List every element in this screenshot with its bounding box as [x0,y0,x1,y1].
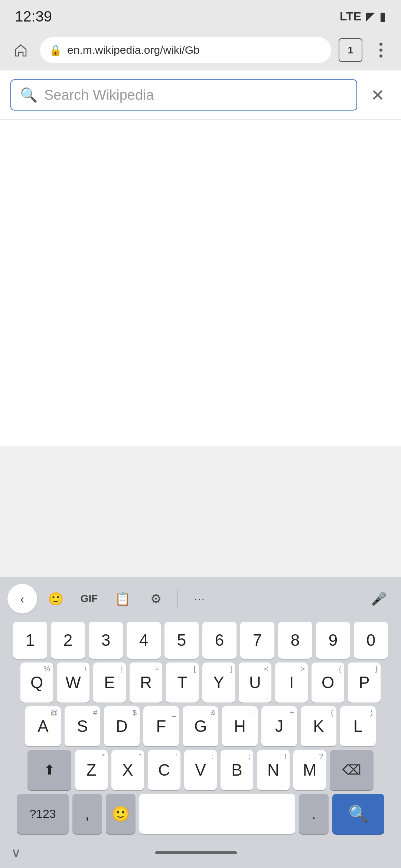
emoji-key[interactable]: 🙂 [106,794,136,834]
battery-icon: ▮ [379,9,386,23]
zxcv-row: ⬆ *Z "X 'C :V ;B !N ?M ⌫ [3,750,398,790]
browser-menu-button[interactable] [370,39,392,61]
more-options-button[interactable]: ··· [185,584,215,614]
content-area [0,120,401,446]
comma-key[interactable]: , [72,794,102,834]
key-s[interactable]: #S [65,706,100,746]
key-3[interactable]: 3 [89,622,123,659]
keyboard-back-button[interactable]: ‹ [7,584,37,614]
key-e[interactable]: |E [93,662,126,703]
sticker-icon: 🙂 [48,591,63,606]
microphone-icon: 🎤 [371,591,387,606]
url-text: en.m.wikipedia.org/wiki/Gb [67,44,200,56]
key-l[interactable]: )L [340,706,376,746]
key-d[interactable]: $D [104,706,140,746]
menu-dot-1 [379,43,382,46]
search-input-wrapper[interactable]: 🔍 Search Wikipedia [10,79,357,111]
space-key[interactable] [139,794,295,834]
key-8[interactable]: 8 [278,622,312,659]
key-5[interactable]: 5 [164,622,199,659]
period-label: . [312,806,316,822]
status-time: 12:39 [15,8,52,25]
emoji-icon: 🙂 [111,805,130,823]
key-b[interactable]: ;B [221,750,253,790]
search-input[interactable]: Search Wikipedia [44,87,348,103]
comma-label: , [85,806,89,822]
status-bar: 12:39 LTE ◤ ▮ [0,0,401,30]
key-v[interactable]: :V [184,750,217,790]
search-key-icon: 🔍 [348,804,369,823]
close-icon: ✕ [371,86,385,105]
home-icon [13,42,29,58]
search-close-button[interactable]: ✕ [365,82,391,108]
key-c[interactable]: 'C [148,750,180,790]
key-w[interactable]: \W [57,662,89,703]
emoji-sticker-button[interactable]: 🙂 [41,584,71,614]
key-y[interactable]: ]Y [202,662,235,703]
asdf-row: @A #S $D _F &G -H +J (K )L [3,706,398,746]
key-t[interactable]: [T [166,662,199,703]
symbols-key[interactable]: ?123 [17,794,69,834]
key-p[interactable]: }P [348,662,381,703]
search-area: 🔍 Search Wikipedia ✕ [0,70,401,120]
home-button[interactable] [9,38,33,62]
swipe-bar-area: ∨ [0,841,401,868]
key-k[interactable]: (K [301,706,336,746]
gear-icon: ⚙ [150,591,162,606]
lte-icon: LTE [340,10,361,23]
backspace-icon: ⌫ [342,763,361,777]
key-6[interactable]: 6 [202,622,237,659]
key-9[interactable]: 9 [316,622,350,659]
search-magnifier-icon: 🔍 [20,87,38,103]
key-g[interactable]: &G [183,706,218,746]
signal-icon: ◤ [366,9,375,23]
period-key[interactable]: . [299,794,329,834]
back-icon: ‹ [20,592,24,606]
key-4[interactable]: 4 [127,622,161,659]
ellipsis-icon: ··· [194,593,205,605]
status-icons: LTE ◤ ▮ [340,9,386,23]
keyboard-toolbar: ‹ 🙂 GIF 📋 ⚙ ··· 🎤 [0,577,401,620]
tab-count-button[interactable]: 1 [339,38,362,62]
symbols-label: ?123 [29,807,56,821]
key-i[interactable]: >I [275,662,308,703]
browser-bar: 🔒 en.m.wikipedia.org/wiki/Gb 1 [0,30,401,70]
keyboard: ‹ 🙂 GIF 📋 ⚙ ··· 🎤 1 2 3 4 5 6 [0,577,401,868]
qwerty-row: %Q \W |E =R [T ]Y <U >I {O }P [3,662,398,703]
key-z[interactable]: *Z [75,750,108,790]
tab-count-label: 1 [348,45,353,56]
key-a[interactable]: @A [25,706,61,746]
key-1[interactable]: 1 [13,622,47,659]
key-0[interactable]: 0 [354,622,388,659]
key-m[interactable]: ?M [293,750,326,790]
key-x[interactable]: "X [111,750,144,790]
key-u[interactable]: <U [239,662,271,703]
key-n[interactable]: !N [257,750,290,790]
microphone-button[interactable]: 🎤 [364,584,394,614]
key-o[interactable]: {O [312,662,344,703]
lock-icon: 🔒 [49,44,62,56]
home-indicator [155,851,237,854]
gif-button[interactable]: GIF [74,584,104,614]
address-bar[interactable]: 🔒 en.m.wikipedia.org/wiki/Gb [40,37,331,63]
key-f[interactable]: _F [143,706,179,746]
number-row: 1 2 3 4 5 6 7 8 9 0 [3,622,398,659]
backspace-key[interactable]: ⌫ [330,750,374,790]
clipboard-button[interactable]: 📋 [108,584,137,614]
shift-icon: ⬆ [44,763,55,777]
settings-button[interactable]: ⚙ [141,584,171,614]
key-2[interactable]: 2 [51,622,85,659]
keyboard-dismiss-button[interactable]: ∨ [11,845,21,861]
key-j[interactable]: +J [261,706,297,746]
toolbar-separator [177,589,178,608]
key-q[interactable]: %Q [20,662,53,703]
bottom-row: ?123 , 🙂 . 🔍 [3,794,398,834]
shift-key[interactable]: ⬆ [27,750,71,790]
menu-dot-3 [379,55,382,57]
keys-section: 1 2 3 4 5 6 7 8 9 0 %Q \W |E =R [T ]Y <U… [0,620,401,841]
search-key[interactable]: 🔍 [332,794,384,834]
key-h[interactable]: -H [222,706,258,746]
key-7[interactable]: 7 [240,622,274,659]
menu-dot-2 [379,49,382,52]
key-r[interactable]: =R [130,662,162,703]
